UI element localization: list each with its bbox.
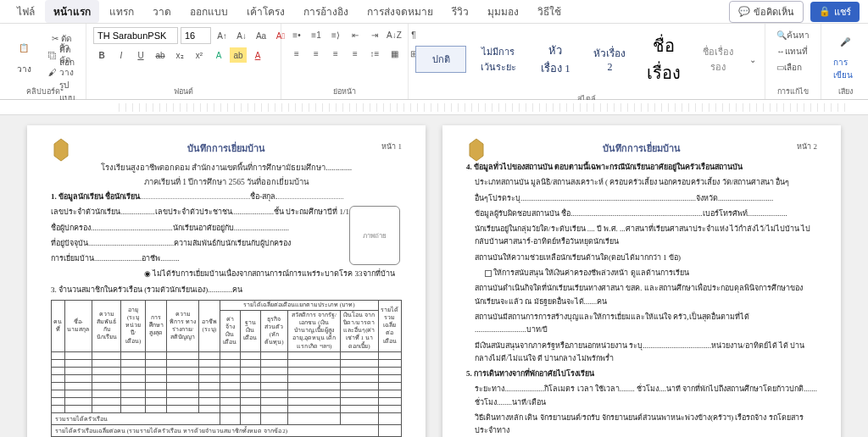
comments-label: ข้อคิดเห็น: [754, 4, 794, 19]
share-label: แชร์: [834, 4, 851, 19]
tab-file[interactable]: ไฟล์: [8, 0, 43, 23]
increase-indent-button[interactable]: ⇥: [366, 27, 383, 42]
th-2: ความ สัมพันธ์ กับ นักเรียน: [92, 301, 120, 352]
th-4: การ ศึกษา สูงสุด: [145, 301, 166, 352]
tab-layout[interactable]: เค้าโครง: [238, 0, 293, 23]
style-h1-label: หัวเรื่อง 1: [541, 44, 570, 75]
th-total: รายได้รวม เฉลี่ยต่อ เดือน: [378, 301, 401, 352]
font-color-button[interactable]: A: [249, 47, 266, 63]
align-right-button[interactable]: ≡: [327, 46, 344, 61]
tab-draw[interactable]: วาด: [144, 0, 180, 23]
tab-design[interactable]: ออกแบบ: [181, 0, 236, 23]
tab-help[interactable]: วิธีใช้: [529, 0, 570, 23]
replace-button[interactable]: ↔ แทนที่: [772, 43, 812, 58]
th-i2: ธุรกิจ ส่วนตัว (หักต้นทุน): [260, 311, 288, 351]
underline-button[interactable]: U: [132, 47, 149, 63]
s4b: อื่นๆโปรดระบุ...........................…: [466, 192, 817, 205]
th-1: ชื่อ-นามสกุล: [64, 301, 92, 352]
style-nospacing[interactable]: ไม่มีการเว้นระยะ: [470, 39, 526, 80]
style-nospacing-label: ไม่มีการเว้นระยะ: [481, 47, 516, 72]
align-center-button[interactable]: ≡: [308, 46, 325, 61]
shrink-font-button[interactable]: A↓: [233, 28, 250, 43]
section2-head: 3. จำนวนสมาชิกในครัวเรือน (รวมตัวนักเรีย…: [51, 284, 402, 296]
grow-font-button[interactable]: A↑: [214, 28, 231, 43]
comments-button[interactable]: 💬 ข้อคิดเห็น: [729, 1, 804, 23]
s4-head: 4. ข้อมูลทั่วไปของสถานบัน ตอบตามนี้เฉพาะ…: [466, 163, 743, 171]
group-paragraph: ≡• ≡1 ≡⟩ ⇤ ⇥ A↓Z ¶ ≡ ≡ ≡ ≡ ↕≡ ▦ ⊞ ย่อหน้…: [281, 24, 409, 99]
crest-icon: [466, 137, 487, 163]
s4g: สถานบันมีสถานการการสร้างบุญและให้การเยี่…: [466, 311, 817, 337]
tab-references[interactable]: การอ้างอิง: [295, 0, 357, 23]
style-normal[interactable]: ปกติ: [415, 46, 466, 73]
group-styles: ปกติ ไม่มีการเว้นระยะ หัวเรื่อง 1 หัวเรื…: [409, 24, 765, 99]
group-editing: 🔍 ค้นหา ↔ แทนที่ ▭ เลือก การแก้ไข: [765, 24, 821, 99]
strike-button[interactable]: ab: [152, 47, 169, 63]
th-0: คน ที่: [52, 301, 65, 352]
highlight-button[interactable]: ab: [230, 47, 247, 63]
change-case-button[interactable]: Aa: [253, 28, 270, 43]
tab-mailings[interactable]: การส่งจดหมาย: [359, 0, 442, 23]
style-h2-label: หัวเรื่อง 2: [593, 47, 626, 73]
style-title-label: ชื่อเรื่อง: [647, 36, 681, 82]
title-bar: ไฟล์ หน้าแรก แทรก วาด ออกแบบ เค้าโครง กา…: [0, 0, 868, 24]
th-i4: เงินโอน จากบิดา/มารดาและอื่นๆ(ค่าเช่าที่…: [340, 311, 378, 351]
style-h1[interactable]: หัวเรื่อง 1: [530, 36, 581, 82]
ribbon: 📋 วาง ✂ตัด ⿻คัดลอก 🖌ตัวคัดวางรูปแบบ คลิป…: [0, 24, 868, 100]
bullets-button[interactable]: ≡•: [288, 27, 305, 42]
page1-title: บันทึกการเยี่ยมบ้าน: [51, 141, 402, 156]
superscript-button[interactable]: x²: [191, 47, 208, 63]
decrease-indent-button[interactable]: ⇤: [347, 27, 364, 42]
numbering-button[interactable]: ≡1: [308, 27, 325, 42]
table-row: [52, 382, 402, 390]
paste-icon: 📋: [12, 36, 36, 60]
tab-home[interactable]: หน้าแรก: [45, 0, 99, 23]
clipboard-group-label: คลิปบอร์ด: [7, 84, 79, 97]
school-line: โรงเรียนสูงอาชีพตอกดอม สำนักงานเขตพื้นที…: [51, 161, 402, 174]
th-i0: ค่าจ้าง เงินเดือน: [220, 311, 240, 351]
document-canvas[interactable]: หน้า 1 บันทึกการเยี่ยมบ้าน โรงเรียนสูงอา…: [0, 115, 868, 437]
format-painter-button[interactable]: 🖌ตัวคัดวางรูปแบบ: [44, 65, 79, 80]
share-button[interactable]: 🔒 แชร์: [810, 2, 860, 22]
font-group-label: ฟอนต์: [93, 84, 274, 97]
titlebar-right: 💬 ข้อคิดเห็น 🔒 แชร์: [729, 1, 860, 23]
text-effects-button[interactable]: A: [210, 47, 227, 63]
table-row: [52, 367, 402, 374]
style-h2[interactable]: หัวเรื่อง 2: [584, 40, 635, 79]
table-row: [52, 359, 402, 367]
main-tabs: ไฟล์ หน้าแรก แทรก วาด ออกแบบ เค้าโครง กา…: [8, 0, 729, 23]
italic-button[interactable]: I: [113, 47, 130, 63]
multilist-button[interactable]: ≡⟩: [327, 27, 344, 42]
align-left-button[interactable]: ≡: [288, 46, 305, 61]
group-voice: 🎤 การเขียน เสียง: [821, 24, 868, 99]
style-subtitle[interactable]: ชื่อเรื่องรอง: [693, 39, 743, 80]
dictate-button[interactable]: 🎤 การเขียน: [828, 28, 862, 83]
table-row: [52, 351, 402, 359]
styles-expand-button[interactable]: ⌄: [747, 42, 758, 76]
align-justify-button[interactable]: ≡: [347, 46, 364, 61]
find-button[interactable]: 🔍 ค้นหา: [772, 27, 814, 42]
crest-icon: [51, 137, 71, 163]
term-line: ภาคเรียนที่ 1 ปีการศึกษา 2565 วันที่ออกเ…: [51, 175, 402, 188]
replace-label: แทนที่: [785, 45, 808, 58]
bold-button[interactable]: B: [93, 47, 110, 63]
font-name-select[interactable]: [93, 27, 178, 44]
line-spacing-button[interactable]: ↕≡: [366, 46, 383, 61]
tab-review[interactable]: รีวิว: [443, 0, 477, 23]
table-sum-row: รวมรายได้ครัวเรือน: [52, 412, 402, 424]
sort-button[interactable]: A↓Z: [386, 27, 403, 42]
select-label: เลือก: [784, 61, 802, 74]
subscript-button[interactable]: x₂: [171, 47, 188, 63]
font-size-select[interactable]: [181, 27, 211, 44]
shading-button[interactable]: ▦: [386, 46, 403, 61]
horizontal-ruler[interactable]: [0, 100, 868, 115]
find-label: ค้นหา: [787, 29, 810, 41]
table-row: [52, 405, 402, 412]
style-subtitle-label: ชื่อเรื่องรอง: [703, 47, 733, 72]
tab-insert[interactable]: แทรก: [101, 0, 142, 23]
style-title[interactable]: ชื่อเรื่อง: [638, 27, 689, 91]
voice-group-label: เสียง: [828, 84, 862, 97]
page-2: หน้า 2 บันทึกการเยี่ยมบ้าน 4. ข้อมูลทั่ว…: [442, 125, 841, 437]
tab-view[interactable]: มุมมอง: [479, 0, 527, 23]
select-button[interactable]: ▭ เลือก: [772, 59, 806, 75]
paste-button[interactable]: 📋 วาง: [7, 35, 41, 77]
